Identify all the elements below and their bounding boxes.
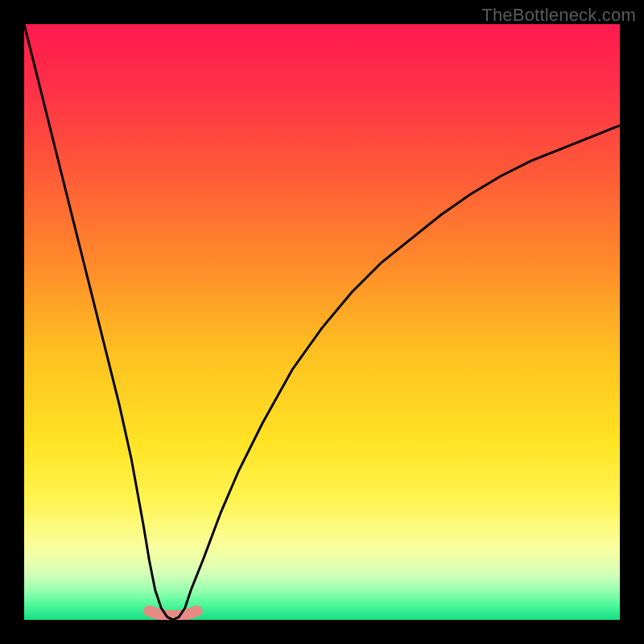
plot-area: [24, 24, 620, 620]
chart-frame: TheBottleneck.com: [0, 0, 644, 644]
bottleneck-curve: [24, 24, 620, 620]
trough-marker: [149, 611, 196, 616]
curve-layer: [24, 24, 620, 620]
watermark-text: TheBottleneck.com: [481, 5, 636, 26]
